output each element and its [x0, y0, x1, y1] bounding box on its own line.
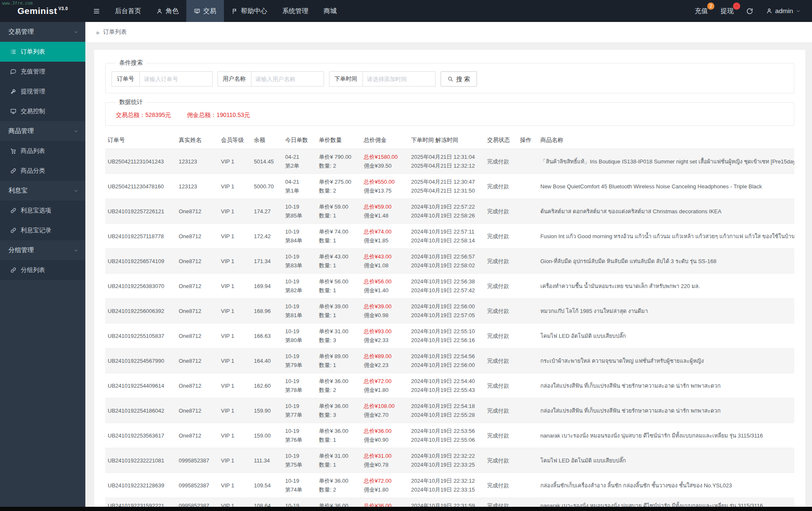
table-row: UB2410192254567990 One8712 VIP 1 164.40 …	[105, 348, 794, 373]
cell-operation	[518, 473, 538, 498]
cell-status: 完成付款	[485, 149, 518, 174]
nav-item-trade[interactable]: 交易	[186, 0, 224, 22]
cell-times: 2024年10月19日 22:32:122024年10月19日 22:33:15	[409, 473, 485, 498]
cell-real-name: 0995852387	[176, 473, 218, 498]
cell-operation	[518, 224, 538, 249]
cell-price-qty: 单价¥ 36.00	[316, 498, 361, 507]
sidebar-item-trade-control[interactable]: 交易控制	[0, 101, 85, 121]
cell-order-no: UB2504211231041243	[105, 149, 176, 174]
cell-day-orders: 10-19第83单	[283, 249, 316, 274]
cell-times: 2024年10月19日 22:31:59	[409, 498, 485, 507]
cell-operation	[518, 299, 538, 323]
cell-total-commission: 总价¥550.00佣金¥13.75	[361, 174, 409, 199]
cell-balance: 166.63	[251, 323, 283, 348]
table-row: UB2410192256574109 One8712 VIP 1 171.34 …	[105, 249, 794, 274]
link-icon	[10, 227, 16, 234]
cell-total-commission: 总价¥59.00佣金¥1.48	[361, 199, 409, 224]
sidebar-item-recharge-management[interactable]: 充值管理	[0, 62, 85, 82]
search-button[interactable]: 搜 索	[441, 71, 477, 87]
sidebar-toggle-button[interactable]	[85, 0, 107, 22]
search-field-input[interactable]	[251, 71, 324, 87]
table-row: UB2410192254409614 One8712 VIP 1 162.60 …	[105, 373, 794, 398]
column-header: 真实姓名	[176, 132, 218, 149]
nav-item-mall[interactable]: 商城	[316, 0, 344, 22]
refresh-button[interactable]	[740, 0, 760, 22]
table-row: UB2410192232128639 0995852387 VIP 1 109.…	[105, 473, 794, 498]
table-row: UB2504211230478160 123123 VIP 1 5000.70 …	[105, 174, 794, 199]
cell-balance: 172.42	[251, 224, 283, 249]
cell-day-orders: 10-19第75单	[283, 448, 316, 473]
sidebar-group-group-management[interactable]: 分组管理	[0, 240, 85, 260]
cell-price-qty: 单价¥ 36.00数量: 2	[316, 373, 361, 398]
nav-item-roles[interactable]: 角色	[149, 0, 186, 22]
cell-day-orders: 04-21第1单	[283, 174, 316, 199]
column-header: 下单时间 解冻时间	[409, 132, 485, 149]
gavel-icon	[10, 88, 16, 95]
order-table: 订单号真实姓名会员等级余额今日单数单价数量总价佣金下单时间 解冻时间交易状态操作…	[105, 132, 794, 507]
sidebar-item-interest-records[interactable]: 利息宝记录	[0, 220, 85, 240]
watermark: www.3fre.com	[2, 1, 33, 5]
sidebar-item-interest-options[interactable]: 利息宝选项	[0, 201, 85, 220]
cell-day-orders: 10-19第79单	[283, 348, 316, 373]
cell-price-qty: 单价¥ 36.00数量: 1	[316, 423, 361, 448]
sidebar-item-product-category[interactable]: 商品分类	[0, 161, 85, 181]
table-body: UB2504211231041243 123123 VIP 1 5014.45 …	[105, 149, 794, 507]
admin-username: admin	[775, 7, 793, 15]
refresh-icon	[746, 8, 753, 15]
cell-price-qty: 单价¥ 790.00数量: 2	[316, 149, 361, 174]
search-field-label: 下单时间	[329, 71, 363, 87]
breadcrumb: » 订单列表	[85, 22, 812, 42]
cell-day-orders: 10-19第85单	[283, 199, 316, 224]
recharge-button[interactable]: 充值 2	[688, 0, 714, 22]
cell-times: 2025年04月21日 12:31:042025年04月21日 12:32:12	[409, 149, 485, 174]
cell-vip-level: VIP 1	[218, 373, 251, 398]
cart-icon	[10, 148, 16, 154]
sidebar-group-interest-treasure[interactable]: 利息宝	[0, 181, 85, 201]
sidebar-item-group-list[interactable]: 分组列表	[0, 260, 85, 280]
nav-item-home[interactable]: 后台首页	[107, 0, 149, 22]
cell-day-orders: 10-19第84单	[283, 224, 316, 249]
cell-balance: 168.96	[251, 299, 283, 323]
cell-order-no: UB2410192254409614	[105, 373, 176, 398]
cell-product-name: New Bose QuietComfort 45 Bluetooth Wirel…	[538, 174, 794, 199]
cell-total-commission: 总价¥74.00佣金¥1.85	[361, 224, 409, 249]
cell-real-name: One8712	[176, 274, 218, 299]
cell-operation	[518, 398, 538, 423]
withdraw-button[interactable]: 提现 4	[714, 0, 740, 22]
order-list-icon	[10, 49, 16, 55]
cell-status: 完成付款	[485, 249, 518, 274]
search-field-order-time: 下单时间	[329, 71, 436, 87]
cell-times: 2024年10月19日 22:55:102024年10月19日 22:56:16	[409, 323, 485, 348]
cell-vip-level: VIP 1	[218, 398, 251, 423]
horizontal-scrollbar[interactable]	[0, 507, 812, 511]
sidebar-item-order-list[interactable]: 订单列表	[0, 42, 85, 62]
table-row: UB2504211231041243 123123 VIP 1 5014.45 …	[105, 149, 794, 174]
sidebar-item-product-list[interactable]: 商品列表	[0, 141, 85, 161]
search-field-input[interactable]	[140, 71, 213, 87]
table-row: UB2410192255105837 One8712 VIP 1 166.63 …	[105, 323, 794, 348]
cell-balance: 109.54	[251, 473, 283, 498]
cell-operation	[518, 423, 538, 448]
cell-times: 2024年10月19日 22:57:112024年10月19日 22:58:14	[409, 224, 485, 249]
cell-balance: 164.40	[251, 348, 283, 373]
search-field-input[interactable]	[363, 71, 436, 87]
content-area: 条件搜索 订单号 用户名称 下单时间 搜 索 数据统计 交易总额：528395元…	[85, 42, 812, 507]
cell-day-orders: 10-19第80单	[283, 323, 316, 348]
nav-item-help-center[interactable]: 帮助中心	[224, 0, 275, 22]
cell-balance: 159.90	[251, 398, 283, 423]
cell-price-qty: 单价¥ 89.00数量: 1	[316, 348, 361, 373]
column-header: 交易状态	[485, 132, 518, 149]
nav-item-system[interactable]: 系统管理	[275, 0, 316, 22]
cell-price-qty: 单价¥ 36.00数量: 2	[316, 473, 361, 498]
link-icon	[10, 168, 16, 174]
sidebar-item-withdraw-management[interactable]: 提现管理	[0, 82, 85, 101]
cell-times: 2025年04月21日 12:30:472025年04月21日 12:31:50	[409, 174, 485, 199]
cell-product-name: หมวกแก๊ป โลโก้ 1985 งานใหม่ล่าสุด งานดีม…	[538, 299, 794, 323]
sidebar-group-product-management[interactable]: 商品管理	[0, 121, 85, 141]
sidebar-group-trade-management[interactable]: 交易管理	[0, 22, 85, 42]
cell-operation	[518, 348, 538, 373]
cell-status: 完成付款	[485, 274, 518, 299]
cell-order-no: UB2410192256006392	[105, 299, 176, 323]
cell-order-no: UB2410192257118778	[105, 224, 176, 249]
admin-menu[interactable]: admin	[760, 0, 807, 22]
